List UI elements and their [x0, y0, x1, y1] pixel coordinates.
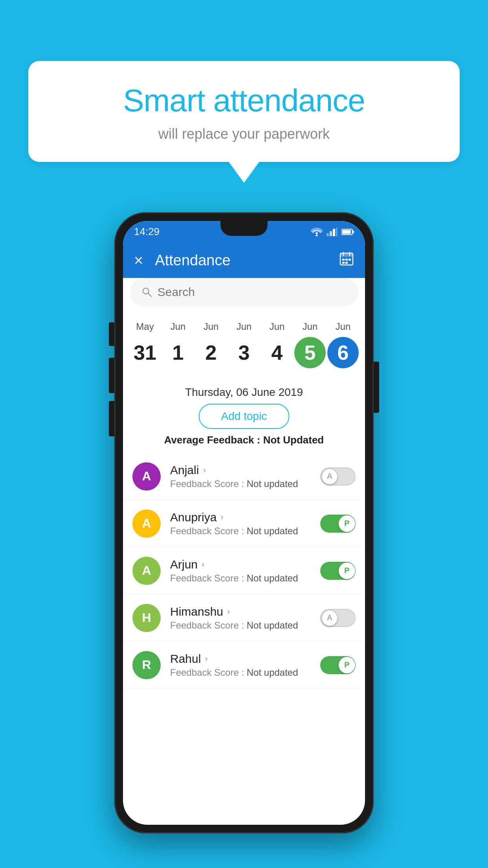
toggle-knob: P — [339, 563, 355, 579]
student-name[interactable]: Anjali› — [170, 463, 320, 477]
speech-bubble-tail — [228, 161, 260, 183]
cal-month-label: Jun — [270, 321, 285, 332]
student-avatar: A — [132, 509, 161, 538]
student-feedback: Feedback Score : Not updated — [170, 667, 320, 678]
speech-bubble-title: Smart attendance — [52, 83, 436, 119]
student-avatar: A — [132, 462, 161, 491]
status-icons — [311, 228, 354, 236]
svg-rect-3 — [333, 229, 335, 236]
cal-day[interactable]: Jun3 — [227, 321, 261, 368]
student-chevron-icon: › — [203, 465, 205, 475]
search-input[interactable] — [158, 285, 346, 299]
signal-icon — [327, 228, 338, 236]
svg-rect-14 — [349, 259, 351, 261]
svg-rect-16 — [345, 262, 348, 264]
cal-day[interactable]: Jun1 — [161, 321, 194, 368]
student-feedback: Feedback Score : Not updated — [170, 573, 320, 584]
student-name[interactable]: Arjun› — [170, 558, 320, 571]
student-avatar: A — [132, 557, 161, 585]
attendance-toggle[interactable]: P — [320, 562, 356, 580]
svg-rect-7 — [342, 230, 351, 234]
power-button — [374, 362, 379, 413]
phone-container: 14:29 — [114, 212, 374, 833]
cal-date-number: 6 — [327, 337, 359, 368]
cal-month-label: Jun — [204, 321, 219, 332]
cal-month-label: Jun — [336, 321, 351, 332]
cal-date-number: 3 — [228, 337, 260, 368]
attendance-toggle[interactable]: P — [320, 656, 356, 674]
student-info: Anupriya›Feedback Score : Not updated — [170, 511, 320, 537]
selected-date-label: Thursday, 06 June 2019 — [123, 386, 365, 399]
student-avatar: R — [132, 651, 161, 679]
attendance-toggle[interactable]: A — [320, 609, 356, 627]
app-bar: × Attendance — [123, 243, 365, 278]
speech-bubble: Smart attendance will replace your paper… — [28, 61, 460, 162]
cal-date-number: 4 — [261, 337, 293, 368]
calendar-strip: May31Jun1Jun2Jun3Jun4Jun5Jun6 — [123, 313, 365, 372]
student-chevron-icon: › — [202, 559, 204, 570]
student-feedback: Feedback Score : Not updated — [170, 526, 320, 537]
battery-icon — [341, 228, 354, 235]
student-chevron-icon: › — [205, 654, 207, 664]
status-time: 14:29 — [134, 226, 160, 238]
cal-day[interactable]: Jun6 — [327, 321, 360, 368]
svg-rect-6 — [352, 231, 354, 233]
student-item: HHimanshu›Feedback Score : Not updatedA — [123, 594, 365, 642]
svg-rect-2 — [330, 231, 332, 236]
search-icon — [142, 287, 152, 298]
svg-line-18 — [148, 293, 151, 296]
student-feedback: Feedback Score : Not updated — [170, 478, 320, 489]
cal-month-label: May — [136, 321, 154, 332]
student-avatar: H — [132, 604, 161, 632]
student-name[interactable]: Himanshu› — [170, 605, 320, 618]
student-info: Himanshu›Feedback Score : Not updated — [170, 605, 320, 631]
avg-feedback-value: Not Updated — [263, 434, 324, 446]
cal-day[interactable]: Jun4 — [261, 321, 294, 368]
cal-month-label: Jun — [171, 321, 186, 332]
svg-rect-15 — [342, 262, 345, 264]
cal-day[interactable]: Jun2 — [194, 321, 227, 368]
student-info: Anjali›Feedback Score : Not updated — [170, 463, 320, 489]
student-feedback: Feedback Score : Not updated — [170, 620, 320, 631]
svg-rect-13 — [345, 259, 348, 261]
phone-notch — [220, 221, 268, 236]
student-item: RRahul›Feedback Score : Not updatedP — [123, 642, 365, 689]
student-item: AAnupriya›Feedback Score : Not updatedP — [123, 500, 365, 547]
svg-point-0 — [316, 234, 318, 236]
svg-rect-12 — [342, 259, 345, 261]
avg-feedback: Average Feedback : Not Updated — [123, 434, 365, 446]
volume-up-button — [109, 358, 114, 393]
cal-day[interactable]: May31 — [128, 321, 161, 368]
cal-day[interactable]: Jun5 — [294, 321, 327, 368]
svg-rect-1 — [327, 233, 329, 236]
cal-date-number: 1 — [162, 337, 194, 368]
speech-bubble-subtitle: will replace your paperwork — [52, 126, 436, 142]
toggle-knob: P — [339, 515, 355, 532]
close-button[interactable]: × — [134, 252, 143, 269]
student-info: Arjun›Feedback Score : Not updated — [170, 558, 320, 584]
attendance-toggle[interactable]: A — [320, 467, 356, 485]
cal-date-number: 31 — [129, 337, 161, 368]
student-name[interactable]: Rahul› — [170, 652, 320, 666]
avg-feedback-label: Average Feedback : — [164, 434, 261, 446]
svg-rect-4 — [336, 228, 338, 236]
wifi-icon — [311, 228, 323, 236]
app-bar-title: Attendance — [155, 252, 230, 269]
student-chevron-icon: › — [220, 512, 223, 522]
student-list: AAnjali›Feedback Score : Not updatedAAAn… — [123, 453, 365, 825]
student-item: AAnjali›Feedback Score : Not updatedA — [123, 453, 365, 500]
toggle-knob: P — [339, 657, 355, 673]
calendar-icon[interactable] — [339, 251, 354, 269]
cal-date-number: 2 — [195, 337, 227, 368]
student-info: Rahul›Feedback Score : Not updated — [170, 652, 320, 678]
cal-date-number: 5 — [294, 337, 326, 368]
toggle-knob: A — [321, 610, 338, 626]
speech-bubble-container: Smart attendance will replace your paper… — [28, 61, 460, 183]
student-item: AArjun›Feedback Score : Not updatedP — [123, 547, 365, 594]
search-bar[interactable] — [130, 278, 358, 306]
phone-screen: 14:29 — [123, 221, 365, 825]
volume-down-button — [109, 401, 114, 436]
add-topic-button[interactable]: Add topic — [199, 404, 290, 429]
attendance-toggle[interactable]: P — [320, 515, 356, 533]
student-name[interactable]: Anupriya› — [170, 511, 320, 524]
